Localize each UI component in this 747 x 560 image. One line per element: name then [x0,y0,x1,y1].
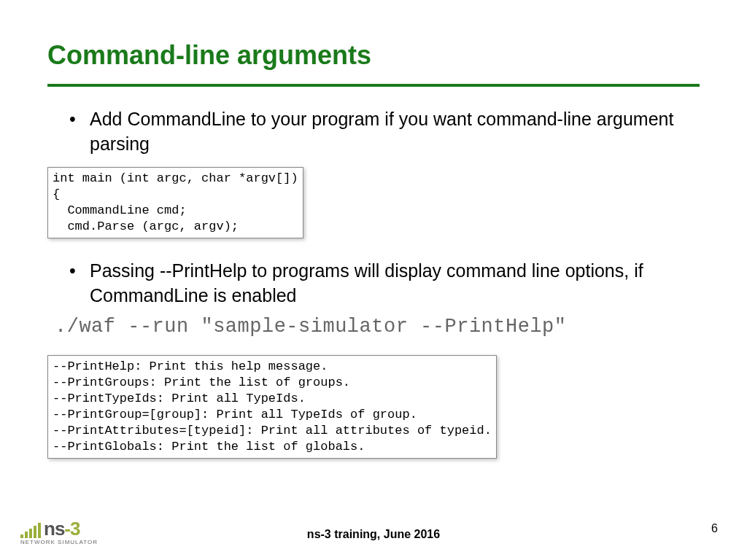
bullet-item: • Passing --PrintHelp to programs will d… [69,259,700,308]
footer: ns-3 training, June 2016 [0,528,747,541]
bullet-dot: • [69,259,90,308]
footer-text: ns-3 training, June 2016 [307,528,440,541]
slide-content: • Add CommandLine to your program if you… [47,107,700,479]
bullet-dot: • [69,107,90,157]
code-snippet-help-output: --PrintHelp: Print this help message. --… [47,355,497,459]
code-snippet-main: int main (int argc, char *argv[]) { Comm… [47,167,303,238]
command-line-example: ./waf --run "sample-simulator --PrintHel… [55,314,700,340]
bullet-text: Passing --PrintHelp to programs will dis… [90,259,700,308]
bullet-item: • Add CommandLine to your program if you… [69,107,700,157]
slide: Command-line arguments • Add CommandLine… [0,0,747,560]
slide-title: Command-line arguments [47,40,700,71]
bullet-text: Add CommandLine to your program if you w… [90,107,700,157]
title-divider [47,84,700,87]
page-number: 6 [711,522,718,535]
